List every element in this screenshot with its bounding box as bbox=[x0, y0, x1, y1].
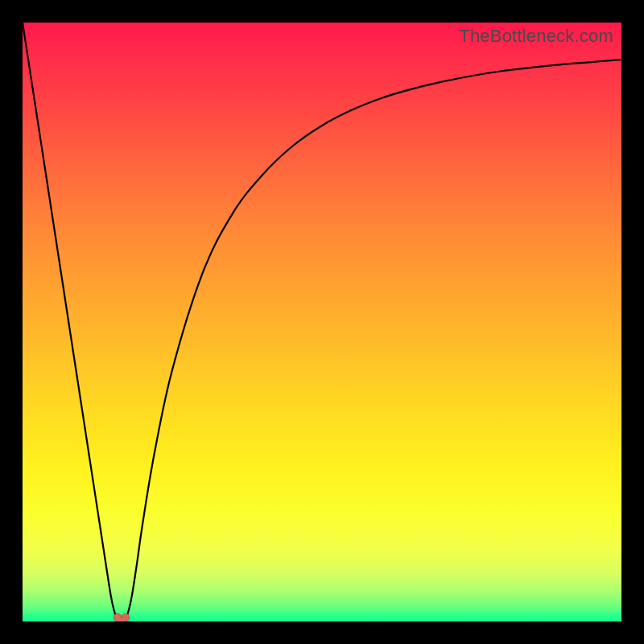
frame: TheBottleneck.com bbox=[0, 0, 644, 644]
plot-area: TheBottleneck.com bbox=[23, 23, 621, 621]
bottleneck-curve bbox=[23, 23, 621, 621]
